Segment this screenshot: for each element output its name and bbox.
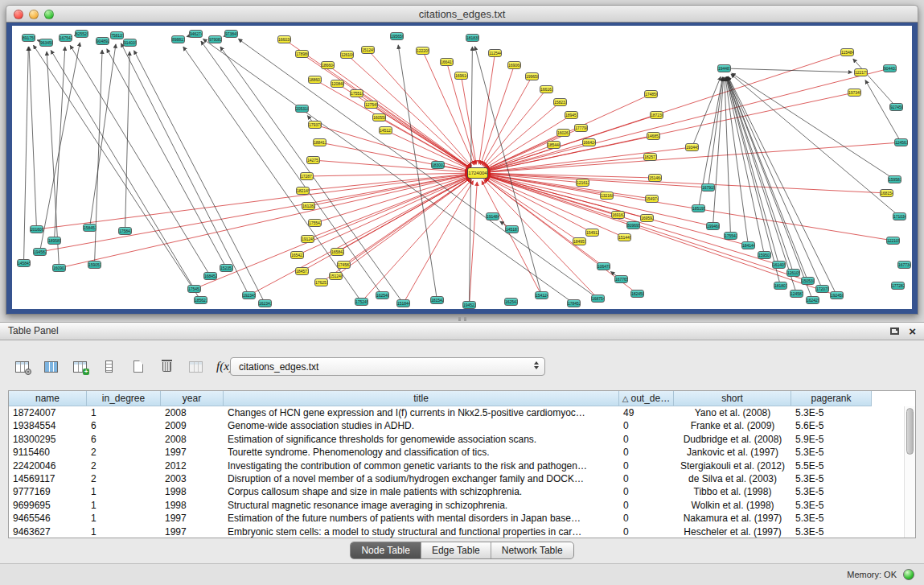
table-row[interactable]: 1938455462009Genome-wide association stu… — [9, 419, 915, 432]
graph-node[interactable]: 19452102 — [462, 301, 476, 309]
graph-node[interactable]: 19965844 — [525, 72, 539, 80]
cell-year[interactable]: 1997 — [161, 512, 224, 525]
graph-node[interactable]: 19245868 — [830, 291, 844, 299]
graph-node[interactable]: 15124812 — [329, 272, 343, 280]
graph-node[interactable]: 16140564 — [772, 261, 786, 269]
graph-node[interactable]: 19344541 — [685, 143, 699, 151]
cell-pagerank[interactable]: 5.3E-5 — [791, 512, 872, 525]
cell-out_degree[interactable]: 0 — [619, 472, 674, 485]
table-row[interactable]: 969969511998Structural magnetic resonanc… — [9, 499, 915, 512]
graph-node[interactable]: 16616115 — [540, 85, 553, 93]
table-row[interactable]: 977716911998Corpus callosum shape and si… — [9, 485, 915, 498]
graph-node[interactable]: 17554300 — [724, 232, 737, 240]
cell-short[interactable]: Yano et al. (2008) — [674, 406, 791, 419]
graph-edge[interactable] — [481, 65, 515, 165]
graph-node[interactable]: 9048926 — [96, 37, 109, 45]
cell-short[interactable]: Hescheler et al. (1997) — [674, 525, 791, 538]
graph-node[interactable]: 16128271 — [302, 202, 315, 210]
table-row[interactable]: 1872400712008Changes of HCN gene express… — [9, 406, 915, 419]
column-header-pagerank[interactable]: pagerank — [791, 391, 872, 406]
cell-pagerank[interactable]: 5.3E-5 — [791, 406, 872, 419]
graph-node[interactable]: 8917592 — [22, 34, 35, 42]
graph-node[interactable]: 10647894 — [597, 262, 610, 270]
minimize-button[interactable] — [29, 10, 39, 19]
column-header-name[interactable]: name — [9, 391, 87, 406]
tab-network-table[interactable]: Network Table — [491, 542, 573, 558]
graph-node[interactable]: 18154211 — [430, 296, 444, 304]
graph-node[interactable]: 17554209 — [308, 219, 322, 227]
graph-edge[interactable] — [372, 105, 470, 168]
cell-short[interactable]: Dudbridge et al. (2008) — [674, 433, 791, 446]
graph-node[interactable]: 17779821 — [574, 124, 588, 132]
graph-node[interactable]: 16875451 — [591, 295, 605, 303]
graph-node[interactable]: 12456124 — [894, 138, 908, 146]
graph-node[interactable]: 16776594 — [614, 275, 628, 283]
graph-node[interactable]: 17625148 — [314, 278, 328, 286]
cell-year[interactable]: 2003 — [161, 472, 224, 485]
cell-in_degree[interactable]: 1 — [87, 499, 161, 512]
graph-node[interactable]: 18544008 — [547, 141, 561, 149]
table-row[interactable]: 1830029562008Estimation of significance … — [9, 433, 915, 446]
graph-node[interactable]: 16254122 — [504, 298, 518, 306]
graph-edge[interactable] — [328, 65, 471, 168]
graph-edge[interactable] — [487, 68, 890, 171]
cell-name[interactable]: 18724007 — [9, 406, 87, 419]
cell-in_degree[interactable]: 2 — [87, 446, 161, 459]
cell-name[interactable]: 9463627 — [9, 525, 87, 538]
graph-node[interactable]: 18257161 — [643, 153, 657, 161]
cell-year[interactable]: 1997 — [161, 525, 224, 538]
graph-edge[interactable] — [487, 175, 652, 199]
graph-node[interactable]: 20531021 — [295, 105, 309, 113]
cell-out_degree[interactable]: 0 — [619, 525, 674, 538]
panel-splitter[interactable] — [0, 315, 924, 322]
graph-node[interactable]: 18245012 — [630, 290, 644, 298]
table-select-dropdown[interactable]: citations_edges.txt — [230, 357, 545, 376]
cell-year[interactable]: 2009 — [161, 419, 224, 432]
cell-out_degree[interactable]: 0 — [619, 459, 674, 472]
graph-edge[interactable] — [462, 76, 477, 164]
tab-edge-table[interactable]: Edge Table — [421, 542, 491, 558]
graph-node[interactable]: 19734903 — [848, 89, 861, 97]
graph-node[interactable]: 15124901 — [361, 46, 375, 54]
cell-in_degree[interactable]: 1 — [87, 525, 161, 538]
graph-edge[interactable] — [487, 52, 848, 171]
graph-node[interactable]: 18180758 — [774, 282, 787, 290]
cell-out_degree[interactable]: 0 — [619, 433, 674, 446]
graph-node[interactable]: 14518754 — [505, 225, 519, 233]
graph-node[interactable]: 9634505 — [39, 39, 53, 47]
cell-out_degree[interactable]: 0 — [619, 499, 674, 512]
cell-out_degree[interactable]: 0 — [619, 446, 674, 459]
graph-edge[interactable] — [302, 54, 470, 168]
graph-node[interactable]: 15491245 — [585, 229, 599, 237]
zoom-button[interactable] — [44, 10, 54, 19]
graph-node[interactable]: 16234155 — [258, 299, 272, 307]
cell-in_degree[interactable]: 2 — [87, 472, 161, 485]
cell-title[interactable]: Embryonic stem cells: a model to study s… — [224, 525, 619, 538]
show-columns-button[interactable] — [40, 356, 62, 377]
graph-node[interactable]: 12610651 — [340, 51, 354, 59]
table-row[interactable]: 946362711997Embryonic stem cells: a mode… — [9, 525, 915, 538]
graph-node[interactable]: 14685260 — [647, 132, 660, 140]
cell-year[interactable]: 2008 — [161, 406, 224, 419]
graph-node[interactable]: 15144981 — [618, 233, 631, 241]
graph-edge[interactable] — [727, 76, 812, 300]
graph-node[interactable]: 11548408 — [840, 48, 854, 56]
graph-node[interactable]: 15905135 — [88, 261, 101, 269]
graph-edge[interactable] — [726, 77, 780, 286]
cell-name[interactable]: 19384554 — [9, 419, 87, 432]
import-table-button[interactable] — [185, 356, 207, 377]
graph-edge[interactable] — [40, 175, 470, 252]
graph-node[interactable]: 17545122 — [187, 285, 201, 293]
graph-node[interactable]: 16055871 — [372, 113, 386, 122]
cell-in_degree[interactable]: 6 — [87, 419, 161, 432]
column-header-out_de[interactable]: △out_de… — [619, 391, 674, 406]
graph-node[interactable]: 11254454 — [488, 49, 502, 57]
graph-edge[interactable] — [336, 179, 471, 277]
graph-node[interactable]: 16542311 — [290, 251, 304, 259]
cell-short[interactable]: Jankovic et al. (1997) — [674, 446, 791, 459]
column-header-short[interactable]: short — [674, 391, 791, 406]
graph-edge[interactable] — [865, 80, 901, 143]
graph-node[interactable]: 17584123 — [118, 227, 132, 235]
graph-node[interactable]: 9140396 — [123, 39, 137, 47]
tab-node-table[interactable]: Node Table — [351, 542, 421, 558]
